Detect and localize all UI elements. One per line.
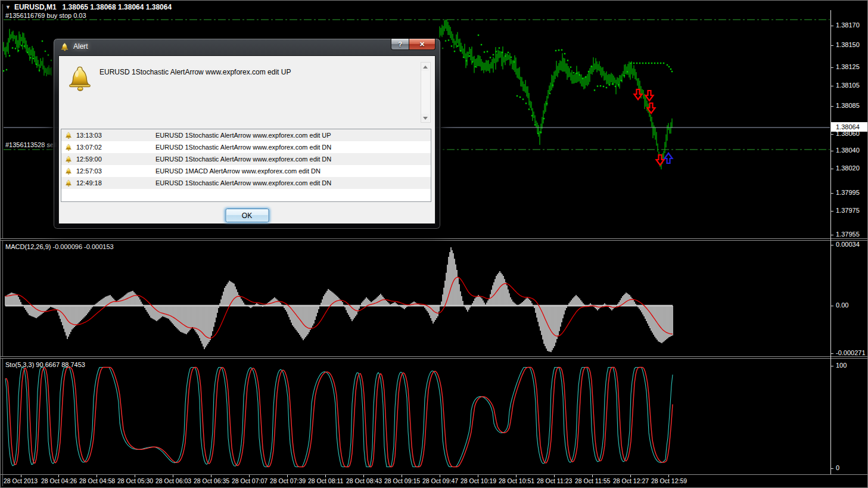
price-tick-mark (831, 45, 833, 46)
price-tick-label: 1.38125 (836, 63, 860, 70)
bell-icon (65, 179, 72, 187)
alert-text: EURUSD 1Stochastic AlertArrow www.expfor… (155, 144, 431, 151)
time-tick-mark (440, 475, 440, 477)
bell-icon (60, 42, 69, 51)
price-tick-label: 1.38085 (836, 102, 860, 109)
price-scale-border (830, 10, 831, 474)
macd-canvas[interactable] (1, 241, 830, 356)
macd-tick-mark (831, 245, 833, 245)
time-tick-mark (97, 475, 97, 477)
stochastic-tick-label: 100 (836, 362, 847, 369)
message-scrollbar[interactable] (421, 62, 431, 123)
macd-tick-mark (831, 306, 833, 306)
scroll-up-button[interactable] (421, 63, 429, 71)
macd-tick-label: -0.000271 (836, 349, 866, 356)
price-tick-mark (831, 169, 833, 169)
price-tick-label: 1.38170 (836, 21, 860, 29)
price-tick-mark (831, 134, 833, 135)
price-tick-label: 1.38105 (836, 82, 860, 89)
scroll-down-button[interactable] (421, 114, 429, 122)
quote-values: 1.38065 1.38068 1.38064 1.38064 (63, 3, 172, 11)
price-tick-mark (831, 151, 833, 151)
time-label: 28 Oct 11:23 (537, 477, 572, 484)
help-button[interactable]: ? (391, 39, 409, 50)
time-label: 28 Oct 04:26 (41, 477, 77, 484)
chart-dropdown-icon[interactable]: ▼ (5, 4, 11, 10)
time-tick-mark (554, 475, 555, 477)
time-tick-mark (173, 475, 173, 477)
alert-row[interactable]: 12:49:18EURUSD 1Stochastic AlertArrow ww… (61, 177, 431, 189)
panel-separator[interactable] (1, 238, 868, 241)
time-label: 28 Oct 12:59 (651, 477, 687, 484)
symbol-label: EURUSD,M1 (14, 3, 57, 11)
sell-order-label[interactable]: #1356113528 sell (5, 141, 57, 148)
price-tick-label: 1.38150 (836, 41, 860, 48)
alert-row[interactable]: 13:13:03EURUSD 1Stochastic AlertArrow ww… (61, 129, 431, 141)
time-tick-mark (592, 475, 593, 477)
time-label: 28 Oct 12:27 (613, 477, 649, 484)
time-tick-mark (287, 475, 288, 477)
time-tick-mark (58, 475, 59, 477)
price-tick-mark (831, 211, 833, 212)
stochastic-tick-mark (831, 468, 833, 469)
time-tick-mark (211, 475, 211, 477)
macd-tick-label: 0.00034 (836, 241, 860, 248)
panel-separator[interactable] (1, 356, 868, 359)
stochastic-canvas[interactable] (1, 359, 830, 474)
macd-tick-label: 0.00 (836, 301, 848, 309)
alert-time: 12:49:18 (76, 179, 155, 187)
time-tick-mark (516, 475, 517, 477)
alert-row[interactable]: 13:07:02EURUSD 1Stochastic AlertArrow ww… (61, 141, 431, 153)
price-tick-mark (831, 67, 833, 68)
time-label: 28 Oct 09:47 (422, 477, 458, 484)
bell-icon (65, 144, 72, 151)
price-tick-mark (831, 106, 833, 107)
price-tick-label: 1.37995 (836, 189, 860, 196)
stochastic-label: Sto(5,3,3) 90.6667 88.7453 (5, 361, 85, 368)
time-label: 28 Oct 11:55 (575, 477, 610, 484)
ok-button[interactable]: OK (225, 209, 269, 222)
price-tick-label: 1.38020 (836, 164, 860, 172)
dialog-client-area: EURUSD 1Stochastic AlertArrow www.expfor… (58, 55, 435, 224)
alert-message-area: EURUSD 1Stochastic AlertArrow www.expfor… (59, 56, 435, 129)
alert-row[interactable]: 12:57:03EURUSD 1MACD AlertArrow www.expf… (61, 165, 431, 177)
alert-text: EURUSD 1Stochastic AlertArrow www.expfor… (155, 156, 431, 163)
alert-text: EURUSD 1Stochastic AlertArrow www.expfor… (155, 132, 431, 139)
scroll-up-icon (423, 66, 428, 69)
time-label: 28 Oct 08:43 (346, 477, 382, 484)
mt4-chart-window: 1.381701.381501.381251.381051.380851.380… (0, 0, 868, 488)
dialog-title: Alert (73, 42, 88, 51)
alert-list[interactable]: 13:13:03EURUSD 1Stochastic AlertArrow ww… (61, 129, 431, 202)
time-label: 28 Oct 07:07 (232, 477, 267, 484)
price-tick-mark (831, 235, 833, 235)
buy-stop-order-label[interactable]: #1356116769 buy stop 0.03 (5, 12, 86, 19)
alert-dialog-titlebar[interactable]: Alert ? ✕ (54, 39, 440, 55)
alert-time: 13:07:02 (76, 144, 155, 151)
alert-message-text: EURUSD 1Stochastic AlertArrow www.expfor… (99, 68, 411, 76)
bell-icon (65, 167, 72, 175)
time-tick-mark (630, 475, 631, 477)
macd-tick-mark (831, 353, 833, 354)
alert-bell-icon (66, 63, 94, 93)
time-label: 28 Oct 10:19 (461, 477, 496, 484)
time-tick-mark (402, 475, 402, 477)
time-tick-mark (325, 475, 326, 477)
alert-text: EURUSD 1Stochastic AlertArrow www.expfor… (155, 179, 431, 187)
time-tick-mark (135, 475, 135, 477)
stochastic-tick-label: 0 (836, 464, 839, 471)
price-tick-label: 1.37975 (836, 207, 860, 214)
time-tick-mark (249, 475, 250, 477)
symbol-quote-bar: ▼EURUSD,M11.38065 1.38068 1.38064 1.3806… (5, 3, 172, 11)
price-tick-label: 1.38040 (836, 147, 860, 154)
time-label: 28 Oct 2013 (4, 477, 38, 484)
bell-icon (65, 132, 72, 139)
macd-label: MACD(12,26,9) -0.000096 -0.000153 (5, 243, 114, 250)
time-label: 28 Oct 06:03 (155, 477, 191, 484)
close-button[interactable]: ✕ (409, 39, 435, 50)
price-tick-mark (831, 86, 833, 86)
time-label: 28 Oct 09:15 (384, 477, 420, 484)
alert-row[interactable]: 12:59:00EURUSD 1Stochastic AlertArrow ww… (61, 153, 431, 165)
alert-time: 13:13:03 (76, 132, 155, 139)
bell-icon (65, 156, 72, 163)
price-tick-mark (831, 193, 833, 194)
